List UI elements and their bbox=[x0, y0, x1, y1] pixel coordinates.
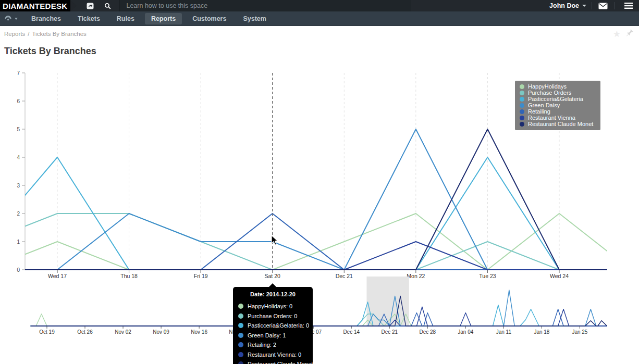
caret-down-icon bbox=[15, 18, 18, 20]
tooltip-dot-icon bbox=[238, 342, 243, 347]
tooltip-dot-icon bbox=[238, 333, 243, 338]
svg-text:Jan 04: Jan 04 bbox=[458, 329, 473, 335]
page-title: Tickets By Branches bbox=[4, 46, 96, 57]
svg-text:Tue 23: Tue 23 bbox=[479, 273, 496, 279]
svg-text:5: 5 bbox=[17, 127, 20, 132]
legend-item: HappyHolidays bbox=[520, 83, 596, 90]
nav-items: BranchesTicketsRulesReportsCustomersSyst… bbox=[25, 13, 273, 24]
menu-icon[interactable] bbox=[624, 3, 633, 9]
search-placeholder: Learn how to use this space bbox=[126, 2, 207, 9]
tooltip-date: Date: 2014-12-20 bbox=[238, 291, 308, 297]
nav-item-branches[interactable]: Branches bbox=[25, 13, 67, 24]
tooltip-row: Purchase Orders: 0 bbox=[238, 311, 308, 321]
mouse-cursor-icon bbox=[271, 235, 278, 246]
search-input[interactable]: Learn how to use this space bbox=[119, 0, 411, 11]
topbar-divider bbox=[614, 2, 615, 9]
breadcrumb-parent[interactable]: Reports bbox=[4, 31, 25, 37]
tooltip-dot-icon bbox=[238, 352, 243, 357]
svg-text:7: 7 bbox=[17, 70, 20, 76]
svg-text:Nov 02: Nov 02 bbox=[115, 329, 131, 335]
logo-tail-decoration bbox=[70, 0, 77, 11]
main-navigation: BranchesTicketsRulesReportsCustomersSyst… bbox=[0, 11, 639, 26]
mail-icon[interactable] bbox=[598, 3, 608, 9]
tooltip-row: Retailing: 2 bbox=[238, 340, 308, 350]
svg-text:Dec 28: Dec 28 bbox=[419, 329, 436, 335]
legend-dot-icon bbox=[520, 122, 524, 127]
top-bar: DIAMANTEDESK Learn how to use this space… bbox=[0, 0, 639, 11]
legend-item: Restaurant Claude Monet bbox=[520, 121, 596, 127]
legend-item: Pasticceria&Gelateria bbox=[520, 96, 596, 102]
dashboard-menu-button[interactable] bbox=[4, 15, 18, 22]
legend-label: Pasticceria&Gelateria bbox=[528, 96, 583, 102]
nav-item-system[interactable]: System bbox=[237, 13, 272, 24]
svg-text:Sat 20: Sat 20 bbox=[265, 273, 281, 279]
svg-text:4: 4 bbox=[17, 155, 20, 160]
dashboard-gauge-icon bbox=[4, 15, 12, 22]
svg-text:3: 3 bbox=[17, 183, 20, 189]
topbar-divider bbox=[592, 2, 592, 9]
tooltip-row-text: Green Daisy: 1 bbox=[248, 332, 286, 338]
svg-text:Thu 18: Thu 18 bbox=[120, 273, 138, 279]
favorite-star-icon[interactable]: ★ bbox=[613, 30, 621, 39]
tooltip-row: Restaurant Claude Monet: 0 bbox=[238, 359, 308, 364]
legend-dot-icon bbox=[520, 103, 524, 108]
svg-text:Dec 14: Dec 14 bbox=[343, 329, 360, 335]
svg-text:Dec 21: Dec 21 bbox=[336, 273, 353, 279]
svg-text:Jan 25: Jan 25 bbox=[572, 329, 587, 335]
legend-dot-icon bbox=[520, 116, 524, 120]
nav-item-reports[interactable]: Reports bbox=[145, 13, 182, 24]
tooltip-row: HappyHolidays: 0 bbox=[238, 302, 308, 311]
chart-tooltip: Date: 2014-12-20 HappyHolidays: 0Purchas… bbox=[233, 287, 313, 364]
svg-text:Jan 11: Jan 11 bbox=[496, 329, 512, 335]
tooltip-row-text: Purchase Orders: 0 bbox=[248, 313, 297, 319]
svg-text:0: 0 bbox=[17, 267, 20, 273]
tooltip-row-text: Pasticceria&Gelateria: 0 bbox=[248, 322, 309, 329]
tooltip-dot-icon bbox=[238, 304, 243, 309]
legend-item: Restaurant Vienna bbox=[520, 115, 596, 121]
pin-icon[interactable] bbox=[626, 29, 634, 39]
tooltip-dot-icon bbox=[238, 361, 243, 364]
tooltip-row-text: Retailing: 2 bbox=[248, 342, 276, 348]
app-logo[interactable]: DIAMANTEDESK bbox=[0, 0, 70, 11]
svg-text:Jan 18: Jan 18 bbox=[534, 329, 549, 335]
search-icon[interactable] bbox=[104, 2, 112, 10]
legend-label: Retailing bbox=[528, 108, 550, 115]
legend-label: Restaurant Claude Monet bbox=[528, 121, 593, 127]
svg-text:1: 1 bbox=[17, 239, 20, 245]
nav-item-customers[interactable]: Customers bbox=[186, 13, 232, 24]
tooltip-row-text: Restaurant Claude Monet: 0 bbox=[248, 361, 320, 364]
legend-item: Purchase Orders bbox=[520, 90, 596, 96]
nav-item-tickets[interactable]: Tickets bbox=[71, 13, 106, 24]
legend-label: Green Daisy bbox=[528, 102, 560, 108]
tooltip-dot-icon bbox=[238, 313, 243, 319]
svg-text:Mon 22: Mon 22 bbox=[407, 273, 425, 279]
chart-legend: HappyHolidaysPurchase OrdersPasticceria&… bbox=[515, 81, 600, 130]
breadcrumb: Reports / Tickets By Branches bbox=[4, 31, 87, 37]
legend-item: Green Daisy bbox=[520, 102, 596, 108]
user-name: John Doe bbox=[549, 2, 579, 9]
user-menu[interactable]: John Doe bbox=[549, 2, 586, 9]
nav-item-rules[interactable]: Rules bbox=[110, 13, 141, 24]
svg-text:Oct 26: Oct 26 bbox=[77, 329, 93, 335]
tooltip-row-text: HappyHolidays: 0 bbox=[248, 303, 292, 309]
tooltip-row: Restaurant Vienna: 0 bbox=[238, 350, 308, 360]
caret-down-icon bbox=[582, 5, 586, 7]
svg-text:Fri 19: Fri 19 bbox=[194, 273, 208, 279]
breadcrumb-current: Tickets By Branches bbox=[32, 31, 86, 37]
tooltip-dot-icon bbox=[238, 323, 243, 328]
app-logo-text: DIAMANTEDESK bbox=[3, 2, 67, 10]
tooltip-row: Pasticceria&Gelateria: 0 bbox=[238, 321, 308, 331]
breadcrumb-row: Reports / Tickets By Branches ★ bbox=[0, 26, 639, 42]
legend-dot-icon bbox=[520, 109, 524, 114]
breadcrumb-separator: / bbox=[28, 31, 29, 37]
svg-text:Nov 16: Nov 16 bbox=[191, 329, 207, 335]
tooltip-rows: HappyHolidays: 0Purchase Orders: 0Pastic… bbox=[238, 302, 308, 364]
svg-text:Nov 09: Nov 09 bbox=[153, 329, 169, 335]
svg-text:Oct 19: Oct 19 bbox=[39, 329, 55, 335]
legend-dot-icon bbox=[520, 91, 524, 95]
legend-dot-icon bbox=[520, 84, 524, 89]
share-icon[interactable] bbox=[87, 2, 94, 10]
legend-label: HappyHolidays bbox=[528, 83, 567, 90]
legend-label: Restaurant Vienna bbox=[528, 115, 575, 121]
tooltip-row-text: Restaurant Vienna: 0 bbox=[248, 352, 301, 358]
